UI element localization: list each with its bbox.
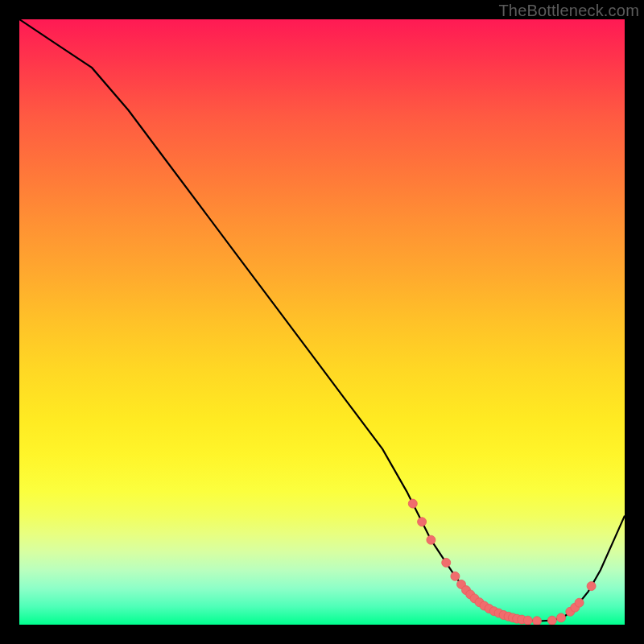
data-point-marker bbox=[418, 518, 427, 526]
data-point-marker bbox=[442, 558, 451, 567]
chart-svg bbox=[19, 19, 625, 625]
curve-line bbox=[19, 19, 625, 621]
data-point-marker bbox=[427, 535, 436, 544]
watermark-text: TheBottleneck.com bbox=[498, 2, 639, 20]
plot-area bbox=[19, 19, 625, 625]
data-point-marker bbox=[557, 613, 566, 622]
curve-markers bbox=[408, 499, 596, 625]
data-point-marker bbox=[451, 572, 460, 580]
data-point-marker bbox=[575, 598, 584, 607]
data-point-marker bbox=[523, 616, 532, 625]
data-point-marker bbox=[408, 499, 417, 508]
data-point-marker bbox=[587, 582, 596, 591]
chart-frame: TheBottleneck.com bbox=[0, 0, 644, 644]
data-point-marker bbox=[533, 617, 542, 625]
data-point-marker bbox=[547, 616, 556, 625]
